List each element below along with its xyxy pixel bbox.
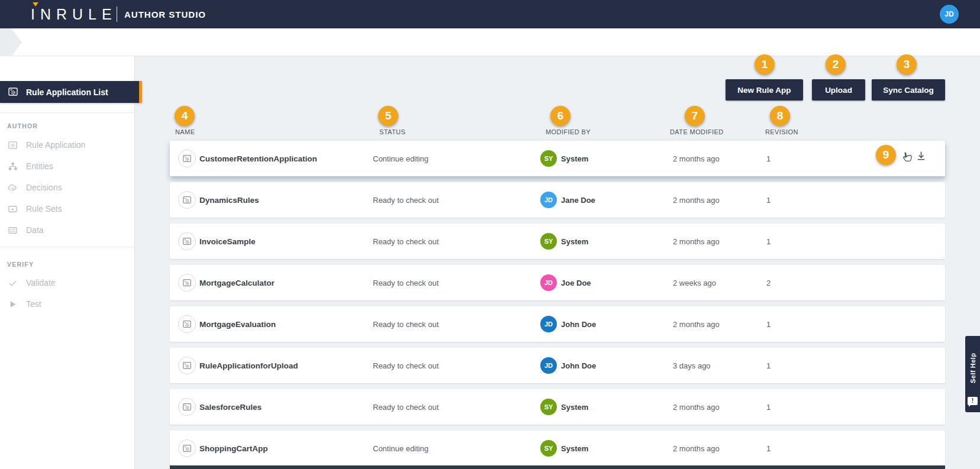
modified-by-name: System (561, 141, 588, 176)
download-icon[interactable] (915, 150, 927, 161)
breadcrumb-strip (0, 28, 980, 56)
rule-app-status: Ready to check out (373, 224, 439, 259)
sidebar-selected-accent (139, 81, 142, 103)
table-row[interactable]: SalesforceRules Ready to check out SY Sy… (170, 389, 945, 425)
annotation-badge-7: 7 (685, 106, 705, 126)
sidebar-item-entities[interactable]: Entities (0, 156, 135, 177)
modified-by-avatar: SY (540, 399, 557, 415)
sidebar-item-label: Decisions (26, 183, 62, 192)
column-header-name: NAME (175, 128, 195, 135)
cursor-hand-icon (900, 150, 914, 164)
annotation-badge-1: 1 (755, 54, 775, 75)
brand-divider (117, 7, 117, 22)
date-modified: 2 months ago (673, 182, 720, 218)
annotation-badge-2: 2 (826, 54, 846, 75)
modified-by-avatar: SY (540, 150, 557, 167)
rule-app-icon (178, 439, 196, 457)
annotation-badge-4: 4 (175, 106, 195, 126)
sidebar-selected-label: Rule Application List (26, 88, 108, 97)
table-row[interactable]: CustomerRetentionApplication Continue ed… (170, 141, 945, 176)
rule-app-icon (178, 191, 196, 209)
self-help-label: Self Help (965, 341, 980, 395)
bottom-scroll-bar[interactable] (170, 465, 945, 469)
rule-app-name: MortgageEvaluation (199, 306, 276, 342)
table-row[interactable]: DynamicsRules Ready to check out JD Jane… (170, 182, 945, 218)
rule-app-name: MortgageCalculator (199, 265, 275, 300)
top-bar: INRULE AUTHOR STUDIO JD (0, 0, 980, 28)
modified-by-name: Jane Doe (561, 182, 595, 218)
rule-app-icon (178, 357, 196, 374)
rule-app-status: Continue editing (373, 431, 428, 466)
test-play-icon (8, 299, 18, 309)
modified-by-name: System (561, 431, 588, 466)
table-row[interactable]: MortgageEvaluation Ready to check out JD… (170, 306, 945, 342)
table-row[interactable]: ShoppingCartApp Continue editing SY Syst… (170, 431, 945, 466)
column-header-modified-by: MODIFIED BY (546, 128, 591, 135)
date-modified: 2 months ago (673, 431, 720, 466)
sidebar-item-label: Entities (26, 161, 53, 171)
sidebar-item-validate[interactable]: Validate (0, 272, 135, 293)
data-icon (8, 225, 18, 235)
revision-number: 1 (766, 224, 771, 259)
rule-app-status: Ready to check out (373, 306, 439, 342)
revision-number: 1 (766, 306, 771, 342)
rule-app-icon (178, 150, 196, 167)
validate-check-icon (8, 278, 18, 288)
modified-by-name: John Doe (561, 348, 596, 383)
date-modified: 2 months ago (673, 389, 720, 425)
annotation-badge-3: 3 (897, 54, 917, 75)
rule-app-icon (178, 232, 196, 250)
sync-catalog-button[interactable]: Sync Catalog (872, 79, 945, 101)
modified-by-name: John Doe (561, 306, 596, 342)
sidebar-item-label: Rule Application (26, 140, 85, 150)
rule-app-status: Continue editing (373, 141, 428, 176)
sidebar-section-author: AUTHOR (7, 122, 38, 130)
sidebar-item-rule-application-list[interactable]: Rule Application List (0, 81, 142, 103)
modified-by-avatar: JD (540, 192, 557, 208)
upload-button[interactable]: Upload (812, 79, 865, 101)
product-title: AUTHOR STUDIO (124, 9, 206, 20)
column-header-date-modified: DATE MODIFIED (670, 128, 724, 135)
user-avatar[interactable]: JD (940, 5, 959, 24)
date-modified: 3 days ago (673, 348, 711, 383)
sidebar-item-label: Rule Sets (26, 204, 62, 214)
sidebar-divider (0, 247, 135, 247)
modified-by-name: System (561, 389, 588, 425)
rule-app-status: Ready to check out (373, 348, 439, 383)
column-header-status: STATUS (379, 128, 405, 135)
revision-number: 1 (766, 141, 771, 176)
sidebar-item-rule-sets[interactable]: Rule Sets (0, 198, 135, 219)
modified-by-avatar: JD (540, 316, 557, 332)
rule-application-icon (8, 140, 18, 150)
sidebar-item-decisions[interactable]: Decisions (0, 177, 135, 198)
rule-app-status: Ready to check out (373, 182, 439, 218)
rule-app-icon (178, 398, 196, 416)
decisions-icon (8, 183, 18, 193)
revision-number: 2 (766, 265, 771, 300)
modified-by-avatar: JD (540, 357, 557, 374)
annotation-badge-9: 9 (876, 145, 896, 165)
rule-sets-icon (8, 204, 18, 214)
modified-by-name: System (561, 224, 588, 259)
sidebar: Rule Application List AUTHOR Rule Applic… (0, 56, 135, 469)
sidebar-item-data[interactable]: Data (0, 219, 135, 241)
rule-app-name: RuleApplicationforUpload (199, 348, 298, 383)
new-rule-app-button[interactable]: New Rule App (726, 79, 803, 101)
table-row[interactable]: InvoiceSample Ready to check out SY Syst… (170, 224, 945, 259)
self-help-tab[interactable]: Self Help ! (965, 336, 980, 412)
entities-icon (8, 161, 18, 172)
table-row[interactable]: RuleApplicationforUpload Ready to check … (170, 348, 945, 383)
sidebar-item-label: Test (26, 299, 41, 309)
revision-number: 1 (766, 182, 771, 218)
rule-app-name: SalesforceRules (199, 389, 262, 425)
annotation-badge-5: 5 (378, 106, 398, 126)
sidebar-item-test[interactable]: Test (0, 293, 135, 315)
revision-number: 1 (766, 389, 771, 425)
breadcrumb-chevron-icon (0, 28, 22, 56)
table-row[interactable]: MortgageCalculator Ready to check out JD… (170, 265, 945, 300)
modified-by-avatar: SY (540, 233, 557, 250)
sidebar-item-label: Validate (26, 278, 56, 287)
sidebar-item-label: Data (26, 225, 44, 235)
rule-app-name: InvoiceSample (199, 224, 256, 259)
sidebar-item-rule-application[interactable]: Rule Application (0, 134, 135, 156)
